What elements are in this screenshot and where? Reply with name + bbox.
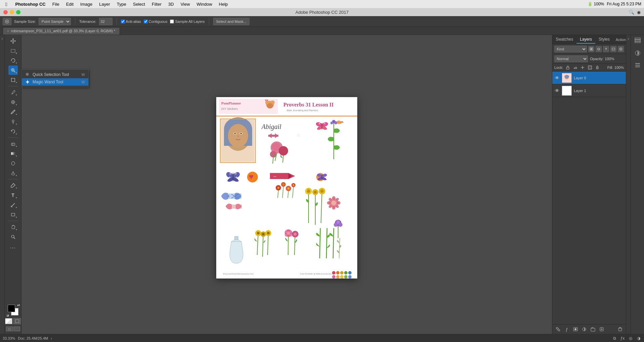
panel-icon-styles[interactable]	[633, 60, 642, 70]
sample-all-checkbox[interactable]	[170, 19, 174, 24]
standard-mode-button[interactable]	[13, 318, 21, 324]
new-adjustment-button[interactable]	[581, 326, 588, 333]
tolerance-input[interactable]	[99, 18, 112, 25]
crop-tool-button[interactable]: ▾	[8, 75, 18, 85]
pen-tool-button[interactable]: ▾	[8, 181, 18, 190]
app-menu[interactable]: Photoshop CC	[12, 1, 48, 7]
image-menu[interactable]: Image	[78, 1, 95, 7]
gradient-tool-button[interactable]: ▾	[8, 149, 18, 158]
foreground-color-swatch[interactable]	[8, 305, 15, 312]
delete-layer-button[interactable]	[616, 326, 624, 333]
history-brush-button[interactable]: ▾	[8, 127, 18, 136]
quick-selection-button[interactable]: ▾	[8, 66, 18, 75]
lock-position-button[interactable]	[580, 65, 585, 70]
reset-colors-icon[interactable]: ◪	[6, 314, 9, 317]
panel-icon-layers[interactable]	[633, 36, 642, 46]
swatches-tab[interactable]: Swatches	[552, 36, 577, 44]
opacity-value[interactable]: 100%	[605, 57, 614, 61]
mask-icon[interactable]: ◎	[628, 336, 633, 341]
eraser-tool-button[interactable]: ▾	[8, 139, 18, 148]
layer-1-item[interactable]: 👁 Layer 1	[552, 84, 626, 97]
layer-0-visibility[interactable]: 👁	[554, 75, 560, 81]
tab-close-icon[interactable]: ×	[7, 29, 9, 33]
view-menu[interactable]: View	[178, 1, 193, 7]
lasso-tool-button[interactable]: ▾	[8, 56, 18, 65]
lock-all-button[interactable]	[595, 65, 600, 70]
marquee-tool-button[interactable]: ▾ ▾	[8, 46, 18, 55]
adjustment-icon[interactable]: ◑	[636, 336, 641, 341]
lock-pixels-button[interactable]	[565, 65, 570, 70]
help-menu[interactable]: Help	[216, 1, 231, 7]
dodge-tool-button[interactable]: ▾	[8, 168, 18, 178]
hand-tool-button[interactable]: ▾	[8, 222, 18, 232]
link-layers-button[interactable]	[554, 326, 562, 333]
filter-shape-button[interactable]	[610, 46, 616, 52]
document-tab[interactable]: × robinsampson_P31_L11_art01.pdf @ 33.3%…	[3, 27, 120, 35]
layers-tab[interactable]: Layers	[577, 36, 595, 44]
kind-select[interactable]: Kind	[554, 46, 587, 52]
brush-tool-button[interactable]: ▾	[8, 107, 18, 117]
sample-all-label[interactable]: Sample All Layers	[170, 19, 204, 24]
anti-alias-label[interactable]: Anti-alias	[121, 19, 141, 24]
left-panel-collapse[interactable]: ‹	[0, 35, 5, 334]
apple-menu[interactable]: 	[3, 1, 10, 8]
blur-tool-button[interactable]	[8, 159, 18, 168]
filter-type-button[interactable]: T	[603, 46, 609, 52]
move-tool-button[interactable]	[8, 36, 18, 46]
shape-tool-button[interactable]: ▾	[8, 210, 18, 219]
contiguous-label[interactable]: Contiguous	[144, 19, 168, 24]
right-panel-collapse[interactable]: ›	[626, 35, 631, 334]
layer-0-item[interactable]: 👁 Layer 0	[552, 72, 626, 84]
filter-adjustment-button[interactable]	[596, 46, 602, 52]
magic-wand-menu-item[interactable]: Magic Wand Tool W	[22, 78, 88, 86]
arrow-icon[interactable]: ›	[51, 336, 52, 340]
3d-menu[interactable]: 3D	[166, 1, 177, 7]
healing-tool-button[interactable]: ▾	[8, 97, 18, 107]
lock-artboards-button[interactable]	[587, 65, 593, 70]
screen-mode-button[interactable]: ▢	[6, 327, 13, 331]
svg-point-157	[344, 275, 348, 279]
switch-colors-icon[interactable]: ⇄	[17, 303, 20, 307]
svg-point-18	[11, 235, 14, 238]
search-icon[interactable]: 🔍	[629, 10, 634, 15]
new-group-button[interactable]	[589, 326, 597, 333]
new-layer-button[interactable]	[598, 326, 605, 333]
panel-icon-adjustments[interactable]	[633, 48, 642, 58]
fullscreen-mode-button[interactable]	[13, 327, 20, 331]
sample-size-select[interactable]: Point Sample	[39, 18, 71, 25]
effects-icon[interactable]: ƒx	[620, 336, 625, 341]
zoom-tool-button[interactable]	[8, 232, 18, 242]
quick-selection-menu-item[interactable]: Quick Selection Tool W	[22, 71, 88, 78]
type-menu[interactable]: Type	[114, 1, 129, 7]
maximize-button[interactable]	[16, 10, 20, 14]
filter-pixel-button[interactable]	[588, 46, 594, 52]
lock-image-button[interactable]	[572, 65, 578, 70]
select-mask-button[interactable]: Select and Mask...	[213, 18, 250, 25]
quick-mask-button[interactable]	[5, 318, 12, 324]
type-tool-button[interactable]: T ▾	[8, 190, 18, 200]
blend-mode-select[interactable]: Normal	[554, 55, 588, 62]
filter-smart-button[interactable]	[618, 46, 624, 52]
arrange-icon[interactable]: ⧉	[612, 336, 617, 341]
file-menu[interactable]: File	[50, 1, 62, 7]
svg-point-101	[307, 189, 310, 193]
add-mask-button[interactable]	[572, 326, 579, 333]
clone-tool-button[interactable]: ▾	[8, 117, 18, 126]
layer-1-visibility[interactable]: 👁	[554, 88, 560, 93]
path-select-button[interactable]: ▾	[8, 200, 18, 210]
notification-icon[interactable]: ◉	[637, 10, 641, 15]
filter-menu[interactable]: Filter	[149, 1, 164, 7]
fill-value[interactable]: 100%	[614, 66, 624, 70]
layer-menu[interactable]: Layer	[96, 1, 113, 7]
select-menu[interactable]: Select	[130, 1, 148, 7]
contiguous-checkbox[interactable]	[144, 19, 148, 24]
close-button[interactable]	[3, 10, 8, 14]
edit-menu[interactable]: Edit	[63, 1, 76, 7]
anti-alias-checkbox[interactable]	[121, 19, 125, 24]
more-tools-button[interactable]: ···	[8, 243, 18, 253]
add-style-button[interactable]: ƒ	[563, 326, 570, 333]
minimize-button[interactable]	[10, 10, 14, 14]
eyedropper-tool-button[interactable]: ▾	[8, 88, 18, 97]
window-menu[interactable]: Window	[194, 1, 215, 7]
styles-tab[interactable]: Styles	[595, 36, 613, 44]
